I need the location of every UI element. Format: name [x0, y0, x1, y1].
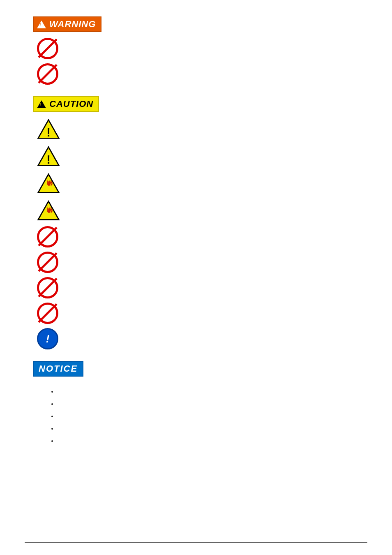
notice-badge: NOTICE — [33, 361, 83, 377]
svg-text:!: ! — [46, 153, 51, 166]
list-item — [58, 425, 367, 432]
caution-triangle-badge-icon — [37, 100, 46, 108]
caution-exclamation-triangle-1: ! — [37, 118, 60, 141]
notice-badge-label: NOTICE — [39, 363, 78, 374]
caution-prohibition-icon-2 — [37, 252, 58, 273]
caution-icons-list: ! ! — [33, 118, 367, 354]
list-item — [58, 400, 367, 407]
warning-prohibition-icon-1 — [37, 38, 58, 59]
list-item — [58, 437, 367, 444]
warning-icons-list — [33, 38, 367, 89]
caution-exclamation-triangle-2: ! — [37, 145, 60, 168]
list-item — [58, 413, 367, 419]
warning-prohibition-icon-2 — [37, 63, 58, 85]
caution-prohibition-icon-4 — [37, 303, 58, 324]
warning-badge: WARNING — [33, 16, 101, 32]
caution-fire-triangle-1 — [37, 172, 60, 195]
warning-badge-label: WARNING — [49, 19, 96, 30]
warning-triangle-icon — [37, 21, 46, 28]
svg-text:!: ! — [46, 126, 51, 139]
caution-fire-triangle-2 — [37, 199, 60, 222]
warning-section: WARNING — [33, 16, 367, 89]
caution-prohibition-icon-3 — [37, 277, 58, 298]
info-circle-label: ! — [46, 333, 50, 345]
page-divider — [25, 542, 367, 543]
caution-badge-label: CAUTION — [49, 99, 93, 109]
notice-bullet-list — [33, 388, 367, 444]
notice-section: NOTICE — [33, 357, 367, 444]
caution-info-circle: ! — [37, 328, 58, 349]
caution-badge: CAUTION — [33, 96, 99, 112]
list-item — [58, 388, 367, 395]
caution-prohibition-icon-1 — [37, 226, 58, 247]
caution-section: CAUTION ! ! — [33, 92, 367, 354]
